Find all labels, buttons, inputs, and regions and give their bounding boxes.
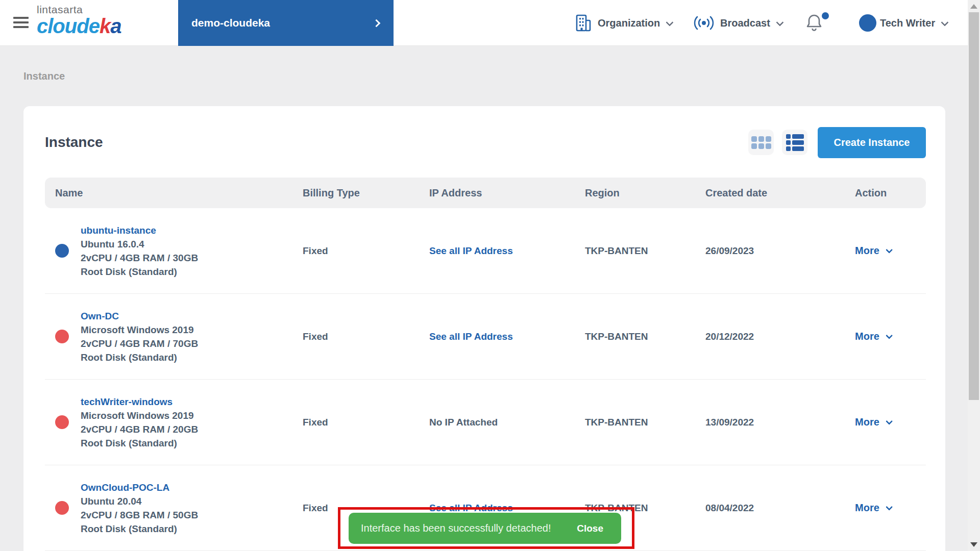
user-menu[interactable]: Tech Writer bbox=[880, 0, 947, 46]
status-dot bbox=[55, 330, 69, 343]
create-instance-button[interactable]: Create Instance bbox=[818, 127, 926, 158]
scrollbar-up-arrow-icon[interactable] bbox=[970, 4, 977, 9]
organization-dropdown[interactable]: Organization bbox=[575, 0, 672, 46]
created-date-cell: 08/04/2022 bbox=[705, 503, 855, 514]
chevron-down-icon bbox=[886, 332, 893, 339]
status-dot bbox=[55, 415, 69, 429]
instance-os: Microsoft Windows 2019 bbox=[81, 323, 198, 337]
billing-type-cell: Fixed bbox=[303, 503, 429, 514]
page-title: Instance bbox=[45, 134, 103, 151]
instance-disk: Root Disk (Standard) bbox=[81, 436, 198, 450]
user-avatar[interactable] bbox=[859, 14, 876, 32]
instance-name-link[interactable]: Own-DC bbox=[81, 309, 198, 323]
chevron-right-icon bbox=[373, 19, 381, 27]
broadcast-label: Broadcast bbox=[720, 17, 770, 29]
region-cell: TKP-BANTEN bbox=[585, 417, 705, 428]
instance-spec: 2vCPU / 8GB RAM / 50GB bbox=[81, 508, 198, 522]
instance-os: Ubuntu 16.0.4 bbox=[81, 237, 198, 251]
instance-spec: 2vCPU / 4GB RAM / 70GB bbox=[81, 337, 198, 350]
top-navigation-bar: lintasarta cloudeka demo-cloudeka Organi… bbox=[0, 0, 968, 46]
region-cell: TKP-BANTEN bbox=[585, 503, 705, 514]
instance-name-link[interactable]: ubuntu-instance bbox=[81, 223, 198, 237]
cloudeka-logo: lintasarta cloudeka bbox=[37, 4, 121, 36]
view-controls: Create Instance bbox=[748, 127, 926, 158]
instance-name-cell: techWriter-windows Microsoft Windows 201… bbox=[45, 395, 303, 450]
instance-os: Ubuntu 20.04 bbox=[81, 494, 198, 508]
notification-bell-button[interactable] bbox=[805, 13, 829, 34]
instance-disk: Root Disk (Standard) bbox=[81, 350, 198, 364]
chevron-down-icon bbox=[941, 18, 949, 27]
grid-view-button[interactable] bbox=[748, 130, 774, 155]
vertical-scrollbar[interactable] bbox=[968, 0, 980, 551]
toast-close-button[interactable]: Close bbox=[577, 523, 603, 534]
chevron-down-icon bbox=[886, 246, 893, 253]
instance-name-cell: ubuntu-instance Ubuntu 16.0.4 2vCPU / 4G… bbox=[45, 223, 303, 279]
created-date-cell: 20/12/2022 bbox=[705, 331, 855, 342]
logo-cloudeka-text: cloudeka bbox=[37, 16, 121, 36]
instance-spec: 2vCPU / 4GB RAM / 30GB bbox=[81, 251, 198, 265]
status-dot bbox=[55, 244, 69, 258]
column-header-created-date: Created date bbox=[705, 187, 855, 199]
instance-spec: 2vCPU / 4GB RAM / 20GB bbox=[81, 422, 198, 436]
notification-badge-dot bbox=[822, 12, 829, 19]
success-toast: Interface has been successfully detached… bbox=[349, 513, 621, 544]
instance-name-cell: Own-DC Microsoft Windows 2019 2vCPU / 4G… bbox=[45, 309, 303, 364]
more-actions-button[interactable]: More bbox=[855, 502, 926, 514]
card-header: Instance Create Instance bbox=[45, 127, 926, 158]
bell-icon bbox=[805, 13, 823, 33]
created-date-cell: 26/09/2023 bbox=[705, 245, 855, 257]
breadcrumb: Instance bbox=[23, 70, 65, 82]
column-header-billing-type: Billing Type bbox=[303, 187, 429, 199]
more-actions-button[interactable]: More bbox=[855, 331, 926, 342]
toast-message: Interface has been successfully detached… bbox=[361, 522, 551, 534]
hamburger-menu-icon[interactable] bbox=[13, 17, 29, 29]
ip-address-link[interactable]: See all IP Address bbox=[429, 503, 585, 514]
organization-label: Organization bbox=[598, 17, 660, 29]
chevron-down-icon bbox=[666, 18, 674, 27]
ip-address-link[interactable]: No IP Attached bbox=[429, 417, 585, 428]
instance-card: Instance Create Instance Name Billing Ty… bbox=[23, 106, 945, 551]
more-actions-button[interactable]: More bbox=[855, 245, 926, 257]
table-row: ubuntu-instance Ubuntu 16.0.4 2vCPU / 4G… bbox=[45, 208, 926, 294]
instance-name-cell: OwnCloud-POC-LA Ubuntu 20.04 2vCPU / 8GB… bbox=[45, 481, 303, 536]
region-cell: TKP-BANTEN bbox=[585, 245, 705, 257]
project-selector[interactable]: demo-cloudeka bbox=[178, 0, 394, 46]
region-cell: TKP-BANTEN bbox=[585, 331, 705, 342]
ip-address-link[interactable]: See all IP Address bbox=[429, 331, 585, 342]
instance-os: Microsoft Windows 2019 bbox=[81, 409, 198, 422]
user-name-label: Tech Writer bbox=[880, 17, 935, 29]
more-actions-button[interactable]: More bbox=[855, 416, 926, 428]
chevron-down-icon bbox=[886, 417, 893, 424]
column-header-action: Action bbox=[855, 187, 926, 199]
chevron-down-icon bbox=[776, 18, 784, 27]
table-header-row: Name Billing Type IP Address Region Crea… bbox=[45, 178, 926, 208]
instance-table-body: ubuntu-instance Ubuntu 16.0.4 2vCPU / 4G… bbox=[45, 208, 926, 551]
ip-address-link[interactable]: See all IP Address bbox=[429, 245, 585, 257]
project-name-label: demo-cloudeka bbox=[191, 17, 270, 29]
table-row: techWriter-windows Microsoft Windows 201… bbox=[45, 380, 926, 465]
billing-type-cell: Fixed bbox=[303, 331, 429, 342]
list-view-icon bbox=[786, 134, 804, 151]
broadcast-dropdown[interactable]: Broadcast bbox=[694, 0, 782, 46]
grid-view-icon bbox=[751, 136, 771, 149]
column-header-name: Name bbox=[45, 187, 303, 199]
organization-building-icon bbox=[575, 14, 592, 32]
column-header-ip-address: IP Address bbox=[429, 187, 585, 199]
billing-type-cell: Fixed bbox=[303, 245, 429, 257]
instance-disk: Root Disk (Standard) bbox=[81, 522, 198, 536]
scrollbar-thumb[interactable] bbox=[969, 12, 979, 400]
chevron-down-icon bbox=[886, 503, 893, 510]
logo-lintasarta-text: lintasarta bbox=[37, 4, 121, 15]
billing-type-cell: Fixed bbox=[303, 417, 429, 428]
table-row: Own-DC Microsoft Windows 2019 2vCPU / 4G… bbox=[45, 294, 926, 380]
instance-name-link[interactable]: OwnCloud-POC-LA bbox=[81, 481, 198, 494]
instance-name-link[interactable]: techWriter-windows bbox=[81, 395, 198, 409]
scrollbar-down-arrow-icon[interactable] bbox=[970, 542, 977, 547]
instance-disk: Root Disk (Standard) bbox=[81, 265, 198, 279]
status-dot bbox=[55, 501, 69, 515]
list-view-button[interactable] bbox=[782, 130, 807, 155]
broadcast-icon bbox=[694, 15, 714, 31]
column-header-region: Region bbox=[585, 187, 705, 199]
created-date-cell: 13/09/2022 bbox=[705, 417, 855, 428]
